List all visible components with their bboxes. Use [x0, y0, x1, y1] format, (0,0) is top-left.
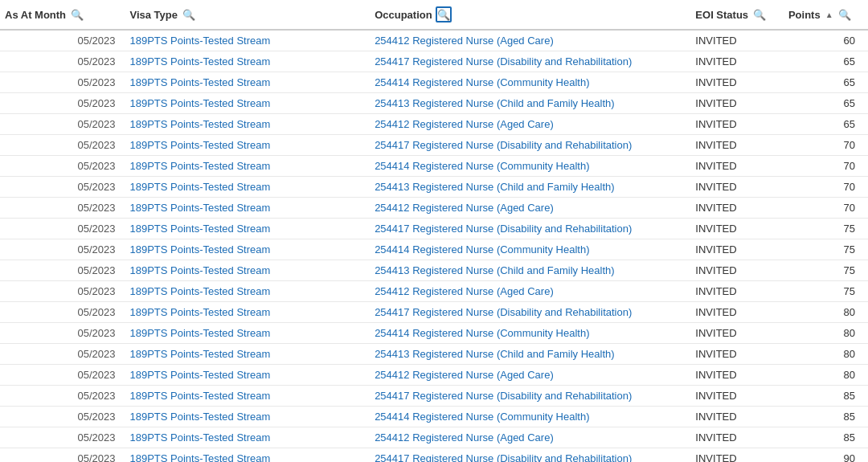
cell-eoi: INVITED: [690, 72, 784, 93]
cell-occupation: 254414 Registered Nurse (Community Healt…: [370, 156, 690, 177]
cell-month: 05/2023: [0, 114, 125, 135]
cell-occupation: 254413 Registered Nurse (Child and Famil…: [370, 177, 690, 198]
cell-occupation: 254414 Registered Nurse (Community Healt…: [370, 72, 690, 93]
cell-points: 65: [784, 72, 868, 93]
cell-eoi: INVITED: [690, 386, 784, 407]
points-sort-arrow[interactable]: ▲: [825, 10, 833, 19]
cell-month: 05/2023: [0, 51, 125, 72]
cell-eoi: INVITED: [690, 281, 784, 302]
cell-month: 05/2023: [0, 156, 125, 177]
cell-visa: 189PTS Points-Tested Stream: [125, 114, 370, 135]
table-row: 05/2023189PTS Points-Tested Stream254417…: [0, 448, 868, 463]
cell-visa: 189PTS Points-Tested Stream: [125, 219, 370, 239]
col-header-points: Points ▲ 🔍: [784, 0, 868, 30]
cell-visa: 189PTS Points-Tested Stream: [125, 323, 370, 344]
cell-eoi: INVITED: [690, 302, 784, 323]
cell-points: 70: [784, 198, 868, 219]
cell-points: 85: [784, 386, 868, 407]
occupation-search-icon[interactable]: 🔍: [436, 6, 452, 22]
cell-visa: 189PTS Points-Tested Stream: [125, 281, 370, 302]
table-row: 05/2023189PTS Points-Tested Stream254412…: [0, 30, 868, 51]
cell-month: 05/2023: [0, 135, 125, 156]
cell-occupation: 254417 Registered Nurse (Disability and …: [370, 219, 690, 239]
table-row: 05/2023189PTS Points-Tested Stream254412…: [0, 427, 868, 448]
table-header-row: As At Month 🔍 Visa Type 🔍 Occupation 🔍: [0, 0, 868, 30]
cell-points: 65: [784, 51, 868, 72]
table-row: 05/2023189PTS Points-Tested Stream254413…: [0, 344, 868, 365]
cell-occupation: 254412 Registered Nurse (Aged Care): [370, 114, 690, 135]
eoi-search-icon[interactable]: 🔍: [751, 6, 768, 22]
cell-points: 85: [784, 407, 868, 427]
month-search-icon[interactable]: 🔍: [69, 6, 85, 22]
cell-eoi: INVITED: [690, 93, 784, 114]
table-row: 05/2023189PTS Points-Tested Stream254414…: [0, 239, 868, 260]
cell-eoi: INVITED: [690, 239, 784, 260]
cell-occupation: 254412 Registered Nurse (Aged Care): [370, 365, 690, 386]
cell-eoi: INVITED: [690, 177, 784, 198]
cell-points: 80: [784, 344, 868, 365]
cell-visa: 189PTS Points-Tested Stream: [125, 93, 370, 114]
table-body: 05/2023189PTS Points-Tested Stream254412…: [0, 30, 868, 462]
cell-visa: 189PTS Points-Tested Stream: [125, 30, 370, 51]
cell-points: 70: [784, 177, 868, 198]
cell-visa: 189PTS Points-Tested Stream: [125, 198, 370, 219]
cell-month: 05/2023: [0, 93, 125, 114]
table-row: 05/2023189PTS Points-Tested Stream254412…: [0, 198, 868, 219]
cell-month: 05/2023: [0, 198, 125, 219]
cell-eoi: INVITED: [690, 114, 784, 135]
table-row: 05/2023189PTS Points-Tested Stream254413…: [0, 93, 868, 114]
table-container: As At Month 🔍 Visa Type 🔍 Occupation 🔍: [0, 0, 868, 462]
table-row: 05/2023189PTS Points-Tested Stream254417…: [0, 302, 868, 323]
cell-visa: 189PTS Points-Tested Stream: [125, 51, 370, 72]
cell-eoi: INVITED: [690, 344, 784, 365]
cell-eoi: INVITED: [690, 198, 784, 219]
cell-points: 75: [784, 239, 868, 260]
cell-eoi: INVITED: [690, 260, 784, 281]
cell-month: 05/2023: [0, 30, 125, 51]
table-row: 05/2023189PTS Points-Tested Stream254417…: [0, 51, 868, 72]
cell-month: 05/2023: [0, 260, 125, 281]
table-row: 05/2023189PTS Points-Tested Stream254414…: [0, 407, 868, 427]
cell-occupation: 254413 Registered Nurse (Child and Famil…: [370, 344, 690, 365]
col-header-eoi: EOI Status 🔍: [690, 0, 784, 30]
cell-occupation: 254414 Registered Nurse (Community Healt…: [370, 407, 690, 427]
cell-visa: 189PTS Points-Tested Stream: [125, 72, 370, 93]
cell-points: 65: [784, 114, 868, 135]
cell-occupation: 254417 Registered Nurse (Disability and …: [370, 386, 690, 407]
cell-occupation: 254417 Registered Nurse (Disability and …: [370, 51, 690, 72]
cell-visa: 189PTS Points-Tested Stream: [125, 386, 370, 407]
cell-month: 05/2023: [0, 219, 125, 239]
cell-month: 05/2023: [0, 323, 125, 344]
cell-occupation: 254412 Registered Nurse (Aged Care): [370, 198, 690, 219]
cell-month: 05/2023: [0, 281, 125, 302]
cell-occupation: 254417 Registered Nurse (Disability and …: [370, 448, 690, 463]
table-row: 05/2023189PTS Points-Tested Stream254414…: [0, 72, 868, 93]
cell-occupation: 254412 Registered Nurse (Aged Care): [370, 30, 690, 51]
cell-points: 70: [784, 135, 868, 156]
cell-visa: 189PTS Points-Tested Stream: [125, 156, 370, 177]
col-points-label: Points: [788, 9, 821, 21]
cell-month: 05/2023: [0, 448, 125, 463]
visa-search-icon[interactable]: 🔍: [181, 6, 197, 22]
cell-month: 05/2023: [0, 386, 125, 407]
table-row: 05/2023189PTS Points-Tested Stream254413…: [0, 260, 868, 281]
table-row: 05/2023189PTS Points-Tested Stream254417…: [0, 219, 868, 239]
cell-occupation: 254417 Registered Nurse (Disability and …: [370, 302, 690, 323]
cell-month: 05/2023: [0, 72, 125, 93]
cell-visa: 189PTS Points-Tested Stream: [125, 135, 370, 156]
table-row: 05/2023189PTS Points-Tested Stream254413…: [0, 177, 868, 198]
cell-eoi: INVITED: [690, 365, 784, 386]
cell-eoi: INVITED: [690, 156, 784, 177]
cell-occupation: 254414 Registered Nurse (Community Healt…: [370, 323, 690, 344]
cell-occupation: 254414 Registered Nurse (Community Healt…: [370, 239, 690, 260]
cell-month: 05/2023: [0, 344, 125, 365]
cell-points: 75: [784, 260, 868, 281]
cell-month: 05/2023: [0, 302, 125, 323]
cell-occupation: 254413 Registered Nurse (Child and Famil…: [370, 93, 690, 114]
points-search-icon[interactable]: 🔍: [837, 6, 853, 22]
cell-points: 70: [784, 156, 868, 177]
col-header-visa: Visa Type 🔍: [125, 0, 370, 30]
cell-eoi: INVITED: [690, 407, 784, 427]
cell-points: 80: [784, 323, 868, 344]
cell-points: 85: [784, 427, 868, 448]
